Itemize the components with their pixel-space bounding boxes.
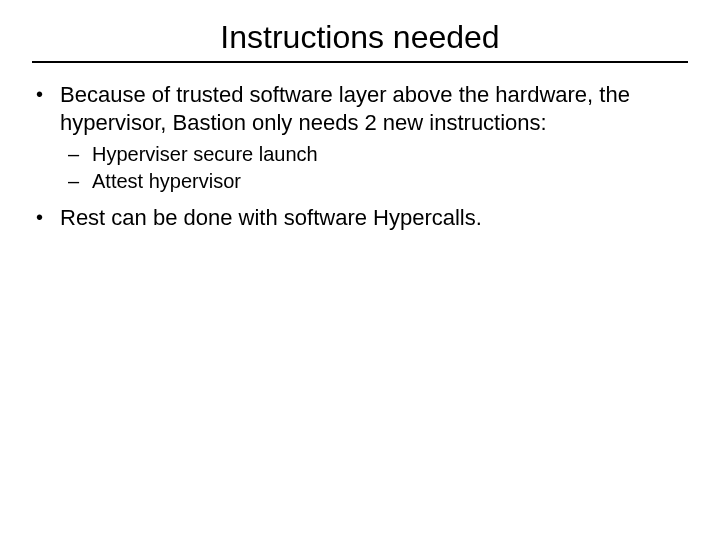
list-item: Because of trusted software layer above …: [30, 81, 690, 194]
bullet-text: Attest hypervisor: [92, 170, 241, 192]
sub-bullet-list: Hyperviser secure launch Attest hypervis…: [60, 142, 690, 194]
bullet-list: Because of trusted software layer above …: [30, 81, 690, 232]
bullet-text: Rest can be done with software Hypercall…: [60, 205, 482, 230]
list-item: Attest hypervisor: [64, 169, 690, 194]
title-area: Instructions needed: [0, 0, 720, 55]
slide: Instructions needed Because of trusted s…: [0, 0, 720, 540]
list-item: Rest can be done with software Hypercall…: [30, 204, 690, 232]
bullet-text: Hyperviser secure launch: [92, 143, 318, 165]
bullet-text: Because of trusted software layer above …: [60, 82, 630, 135]
slide-body: Because of trusted software layer above …: [0, 63, 720, 232]
slide-title: Instructions needed: [220, 20, 499, 55]
list-item: Hyperviser secure launch: [64, 142, 690, 167]
